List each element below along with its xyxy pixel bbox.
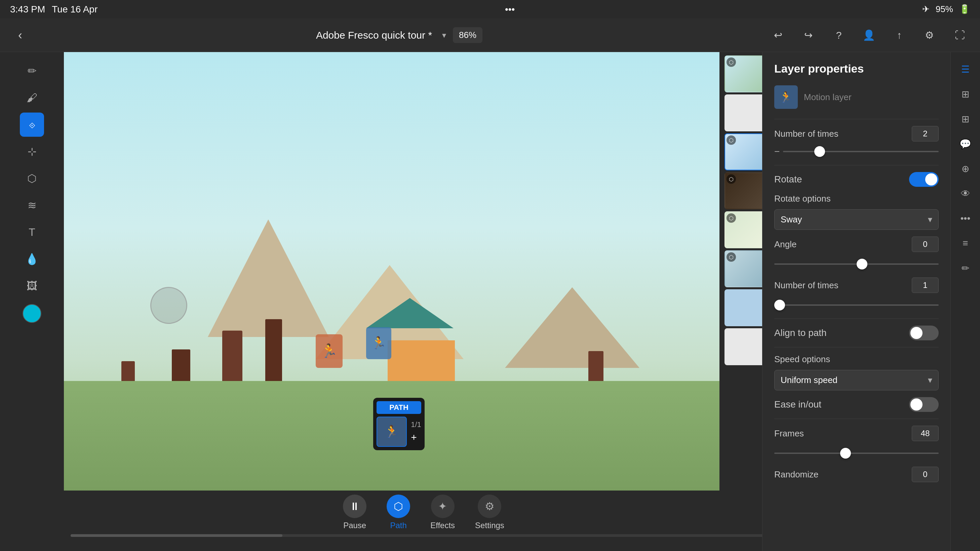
- strip-edit-button[interactable]: ✏: [955, 258, 976, 278]
- frames-thumb[interactable]: [840, 448, 851, 459]
- number-of-times-thumb[interactable]: [774, 300, 785, 310]
- help-button[interactable]: ?: [829, 25, 849, 45]
- tool-transform[interactable]: ⊹: [20, 140, 44, 164]
- progress-fill: [71, 534, 282, 537]
- path-popup-count: 1/1: [411, 420, 421, 429]
- thumb-3-icon: ⬡: [727, 135, 736, 145]
- speed-options-dropdown[interactable]: Uniform speed ▾: [774, 370, 939, 391]
- top-toolbar: ‹ Adobe Fresco quick tour * ▾ 86% ↩ ↪ ? …: [0, 19, 980, 52]
- strip-more-button[interactable]: ≡: [955, 233, 976, 254]
- tool-brush[interactable]: 🖌: [20, 86, 44, 110]
- tool-select[interactable]: ⬡: [20, 166, 44, 191]
- frames-row: Frames 48: [774, 426, 939, 441]
- num-times-top-row: Number of times 2: [774, 126, 939, 141]
- num-times-top-minus[interactable]: −: [774, 146, 780, 157]
- frames-track[interactable]: [774, 453, 939, 454]
- randomize-label: Randomize: [774, 469, 819, 480]
- time: 3:43 PM: [10, 4, 45, 15]
- align-to-path-toggle[interactable]: [909, 326, 939, 340]
- progress-bar[interactable]: [71, 534, 776, 537]
- tool-path[interactable]: ⟐: [20, 113, 44, 137]
- canvas-area[interactable]: 🏃 🏃 PATH 🏃 1/1 +: [64, 52, 783, 491]
- tool-smudge[interactable]: ≋: [20, 193, 44, 218]
- ease-in-out-toggle[interactable]: [909, 397, 939, 412]
- project-dropdown-arrow[interactable]: ▾: [442, 30, 446, 40]
- angle-row: Angle 0: [774, 237, 939, 252]
- angle-track[interactable]: [774, 264, 939, 265]
- scene: 🏃 🏃 PATH 🏃 1/1 +: [64, 52, 783, 491]
- playback-controls: ⏸ Pause ⬡ Path ✦ Effects ⚙ Settings: [64, 491, 783, 534]
- angle-slider[interactable]: [774, 257, 939, 271]
- path-popup-label: PATH: [377, 401, 421, 414]
- playback-settings-button[interactable]: ⚙ Settings: [475, 495, 504, 530]
- color-swatch[interactable]: [22, 304, 41, 323]
- frames-value[interactable]: 48: [912, 426, 939, 441]
- pause-button[interactable]: ⏸ Pause: [343, 495, 366, 530]
- num-times-top-thumb[interactable]: [814, 146, 825, 157]
- tool-image[interactable]: 🖼: [20, 274, 44, 298]
- rotate-options-dropdown[interactable]: Sway ▾: [774, 209, 939, 230]
- strip-layers-button[interactable]: ☰: [955, 59, 976, 79]
- redo-button[interactable]: ↪: [799, 25, 819, 45]
- randomize-row: Randomize 0: [774, 467, 939, 482]
- tool-eyedropper[interactable]: 💧: [20, 247, 44, 271]
- path-popup-thumbnail[interactable]: 🏃: [377, 417, 407, 447]
- ease-in-out-knob: [910, 399, 923, 411]
- strip-link-button[interactable]: •••: [955, 208, 976, 229]
- thumb-6-icon: ⬡: [727, 252, 736, 262]
- zoom-level[interactable]: 86%: [453, 27, 482, 43]
- path-label: Path: [390, 521, 406, 530]
- frames-slider[interactable]: [774, 446, 939, 460]
- profile-button[interactable]: 👤: [859, 25, 879, 45]
- date: Tue 16 Apr: [52, 4, 97, 15]
- number-of-times-slider[interactable]: [774, 299, 939, 312]
- divider-1: [774, 119, 939, 119]
- tool-pencil[interactable]: ✏: [20, 59, 44, 83]
- bottom-playback-bar: ⏸ Pause ⬡ Path ✦ Effects ⚙ Settings: [64, 491, 783, 551]
- randomize-value[interactable]: 0: [912, 467, 939, 482]
- strip-add-button[interactable]: ⊕: [955, 158, 976, 179]
- tool-text[interactable]: T: [20, 220, 44, 244]
- settings-button[interactable]: ⚙: [920, 25, 940, 45]
- effects-button[interactable]: ✦ Effects: [430, 495, 455, 530]
- number-of-times-track[interactable]: [774, 304, 939, 306]
- speed-options-label-row: Speed options: [774, 354, 939, 365]
- num-times-top-slider[interactable]: −: [774, 145, 939, 158]
- strip-comments-button[interactable]: 💬: [955, 133, 976, 154]
- rotate-row: Rotate: [774, 172, 939, 187]
- airplane-icon: ✈: [922, 4, 929, 14]
- back-icon: ‹: [18, 28, 22, 42]
- path-button[interactable]: ⬡ Path: [387, 495, 410, 530]
- align-to-path-knob: [910, 327, 923, 339]
- ease-in-out-row: Ease in/out: [774, 397, 939, 412]
- angle-value[interactable]: 0: [912, 237, 939, 252]
- angle-thumb[interactable]: [857, 259, 867, 270]
- num-times-top-track[interactable]: [783, 151, 939, 152]
- rotate-label: Rotate: [774, 174, 802, 185]
- settings-label: Settings: [475, 521, 504, 530]
- thumb-5-icon: ⬡: [727, 213, 736, 223]
- strip-visibility-button[interactable]: 👁: [955, 183, 976, 204]
- thumb-1-icon: ⬡: [727, 57, 736, 67]
- num-times-top-value[interactable]: 2: [912, 126, 939, 141]
- rotate-options-label: Rotate options: [774, 194, 831, 204]
- number-of-times-value[interactable]: 1: [912, 278, 939, 293]
- back-button[interactable]: ‹: [10, 25, 30, 45]
- motion-layer-row: 🏃 Motion layer: [774, 85, 939, 109]
- path-popup-add-button[interactable]: +: [411, 432, 421, 443]
- path-popup: PATH 🏃 1/1 +: [373, 398, 425, 450]
- share-button[interactable]: ↑: [889, 25, 909, 45]
- divider-2: [774, 165, 939, 165]
- undo-button[interactable]: ↩: [768, 25, 788, 45]
- ease-in-out-label: Ease in/out: [774, 399, 821, 410]
- fullscreen-button[interactable]: ⛶: [950, 25, 970, 45]
- strip-properties-button[interactable]: ⊞: [955, 84, 976, 105]
- pause-label: Pause: [343, 521, 366, 530]
- runner-2: 🏃: [366, 327, 391, 359]
- num-times-top-label: Number of times: [774, 129, 838, 139]
- align-to-path-label: Align to path: [774, 327, 827, 338]
- strip-grid-button[interactable]: ⊞: [955, 108, 976, 129]
- rotate-toggle-knob: [925, 173, 937, 186]
- motion-layer-label: Motion layer: [804, 92, 851, 102]
- rotate-toggle[interactable]: [909, 172, 939, 187]
